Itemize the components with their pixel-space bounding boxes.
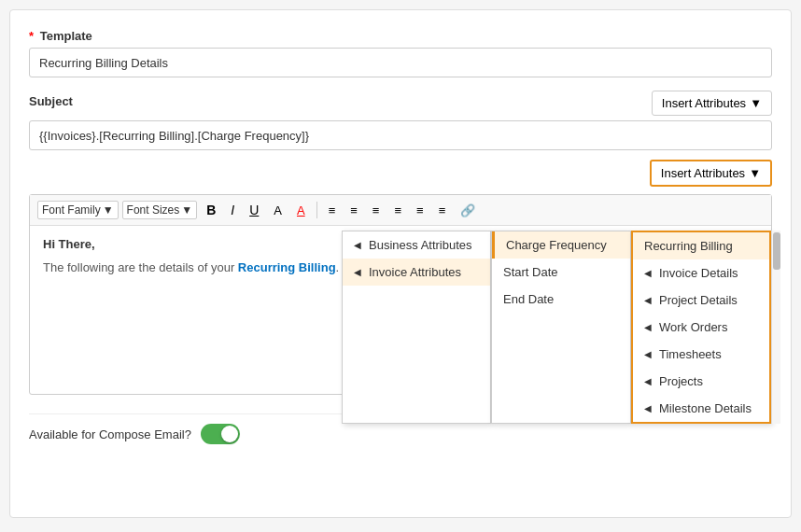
font-sizes-label: Font Sizes — [127, 203, 180, 217]
font-sizes-select[interactable]: Font Sizes ▼ — [122, 201, 198, 219]
justify-button[interactable]: ≡ — [388, 201, 407, 220]
project-details-label: Project Details — [659, 293, 738, 307]
timesheets-arrow: ◀ — [644, 349, 652, 359]
dropdown-charge-frequency[interactable]: Charge Frequency — [492, 231, 630, 259]
charge-frequency-label: Charge Frequency — [506, 238, 607, 252]
insert-attrs-button-editor[interactable]: Insert Attributes ▼ — [650, 160, 772, 187]
dropdown-projects[interactable]: ◀ Projects — [633, 368, 769, 395]
font-family-select[interactable]: Font Family ▼ — [37, 201, 119, 219]
invoice-attrs-label: Invoice Attributes — [369, 265, 461, 279]
top-right-area: Insert Attributes ▼ — [29, 160, 772, 187]
toggle-switch[interactable] — [201, 424, 240, 444]
dropdown-project-details[interactable]: ◀ Project Details — [633, 287, 769, 314]
font-color-button[interactable]: A — [268, 201, 288, 220]
align-left-button[interactable]: ≡ — [323, 201, 342, 220]
invoice-details-arrow: ◀ — [644, 268, 652, 278]
list-button[interactable]: ≡ — [411, 201, 429, 220]
projects-label: Projects — [659, 374, 703, 388]
start-date-label: Start Date — [503, 265, 558, 279]
dropdown-work-orders[interactable]: ◀ Work Orders — [633, 314, 769, 341]
insert-attrs-chevron-subject: ▼ — [750, 96, 762, 110]
milestone-arrow: ◀ — [644, 403, 652, 413]
align-center-button[interactable]: ≡ — [344, 201, 363, 220]
template-input[interactable] — [29, 48, 772, 77]
dropdown-invoice-details[interactable]: ◀ Invoice Details — [633, 259, 769, 287]
project-details-arrow: ◀ — [644, 295, 652, 305]
link-button[interactable]: 🔗 — [455, 201, 481, 220]
underline-button[interactable]: U — [244, 200, 264, 220]
business-arrow: ◀ — [354, 240, 361, 250]
subject-row: Subject Insert Attributes ▼ — [29, 91, 772, 116]
timesheets-label: Timesheets — [659, 347, 722, 361]
milestone-details-label: Milestone Details — [659, 401, 752, 415]
business-attrs-label: Business Attributes — [369, 238, 472, 252]
editor-wrapper: Insert Attributes ▼ Font Family ▼ Font S… — [29, 160, 772, 395]
dropdown-milestone-details[interactable]: ◀ Milestone Details — [633, 395, 769, 422]
end-date-label: End Date — [503, 292, 554, 306]
required-star: * — [29, 29, 34, 43]
bold-button[interactable]: B — [201, 200, 221, 220]
recurring-billing-label: Recurring Billing — [644, 239, 733, 253]
content-highlight: Recurring Billing — [238, 260, 336, 274]
dropdown-end-date[interactable]: End Date — [492, 286, 630, 313]
dropdown-item-business[interactable]: ◀ Business Attributes — [343, 231, 490, 259]
ordered-list-button[interactable]: ≡ — [433, 201, 452, 220]
template-field-group: * Template — [29, 29, 772, 77]
dropdown-item-invoice[interactable]: ◀ Invoice Attributes — [343, 259, 490, 286]
work-orders-label: Work Orders — [659, 320, 727, 334]
dropdown-level3: Recurring Billing ◀ Invoice Details ◀ Pr… — [631, 231, 771, 424]
italic-button[interactable]: I — [225, 200, 240, 220]
invoice-arrow: ◀ — [354, 267, 361, 277]
toggle-knob — [221, 426, 238, 442]
dropdown-container: ◀ Business Attributes ◀ Invoice Attribut… — [342, 231, 780, 424]
scroll-thumb — [773, 232, 780, 270]
insert-attrs-label-subject: Insert Attributes — [662, 96, 746, 110]
dropdown-level1: ◀ Business Attributes ◀ Invoice Attribut… — [342, 231, 491, 424]
subject-input[interactable] — [29, 120, 772, 150]
font-family-chevron: ▼ — [103, 203, 114, 217]
dropdown-timesheets[interactable]: ◀ Timesheets — [633, 341, 769, 368]
highlight-button[interactable]: A — [291, 201, 311, 220]
dropdown-recurring-billing[interactable]: Recurring Billing — [633, 232, 769, 259]
dropdown-start-date[interactable]: Start Date — [492, 259, 630, 286]
template-label-text: Template — [40, 29, 92, 43]
projects-arrow: ◀ — [644, 376, 652, 386]
toolbar: Font Family ▼ Font Sizes ▼ B I U A A ≡ ≡… — [30, 195, 771, 226]
insert-attrs-label-editor: Insert Attributes — [661, 166, 745, 180]
insert-attrs-chevron-editor: ▼ — [749, 166, 761, 180]
subject-label: Subject — [29, 94, 73, 108]
level3-scroll-container: Recurring Billing ◀ Invoice Details ◀ Pr… — [631, 231, 780, 424]
align-right-button[interactable]: ≡ — [367, 201, 386, 220]
page-container: * Template Subject Insert Attributes ▼ I… — [9, 9, 792, 518]
font-sizes-chevron: ▼ — [181, 203, 192, 217]
invoice-details-label: Invoice Details — [659, 266, 738, 280]
toolbar-divider1 — [316, 202, 317, 218]
content-post: . — [336, 260, 340, 274]
content-pre: The following are the details of your — [43, 260, 238, 274]
insert-attrs-button-subject[interactable]: Insert Attributes ▼ — [652, 91, 772, 116]
work-orders-arrow: ◀ — [644, 322, 652, 332]
scrollbar[interactable] — [771, 231, 780, 424]
template-label: * Template — [29, 29, 772, 43]
font-family-label: Font Family — [42, 203, 101, 217]
editor-area: Font Family ▼ Font Sizes ▼ B I U A A ≡ ≡… — [29, 194, 772, 395]
dropdown-level2: Charge Frequency Start Date End Date — [491, 231, 631, 424]
toggle-label: Available for Compose Email? — [29, 427, 191, 441]
subject-area: Subject Insert Attributes ▼ — [29, 91, 772, 150]
